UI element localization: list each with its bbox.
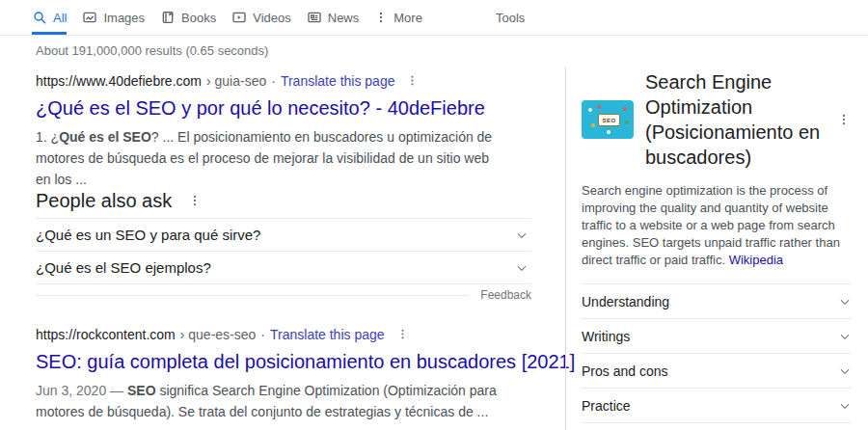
separator-dot: · [260, 327, 265, 342]
paa-heading-row: People also ask [36, 189, 531, 212]
tab-all[interactable]: All [32, 0, 67, 35]
thumb-dot [588, 108, 592, 112]
separator-dot: · [271, 73, 276, 89]
result-url-line[interactable]: https://rockcontent.com › que-es-seo · T… [36, 325, 556, 343]
chevron-down-icon [515, 228, 529, 242]
tab-images-label: Images [103, 11, 145, 25]
tab-books-label: Books [181, 11, 216, 25]
kp-header: SEO Search Engine Optimization (Posicion… [582, 69, 851, 170]
tab-images[interactable]: Images [82, 0, 145, 35]
kp-section-pros-and-cons[interactable]: Pros and cons [582, 354, 852, 389]
thumb-dot [607, 130, 610, 134]
paa-question-2[interactable]: ¿Qué es el SEO ejemplos? [36, 252, 531, 284]
kp-section-practice[interactable]: Practice [582, 389, 852, 423]
translate-link[interactable]: Translate this page [270, 327, 385, 342]
paa-question-label: ¿Qué es un SEO y para qué sirve? [36, 227, 260, 243]
tools-button[interactable]: Tools [496, 0, 525, 35]
kp-description: Search engine optimization is the proces… [582, 182, 844, 269]
kp-thumbnail-seo-label: SEO [598, 114, 620, 126]
tab-news-label: News [328, 11, 360, 25]
result-more-icon[interactable] [396, 328, 409, 340]
kp-more-icon[interactable] [837, 113, 851, 126]
translate-link[interactable]: Translate this page [281, 73, 395, 89]
result-breadcrumb: › que-es-seo [180, 327, 257, 342]
chevron-down-icon [838, 364, 852, 378]
tab-videos-label: Videos [253, 11, 291, 25]
kp-thumbnail-image[interactable]: SEO [582, 100, 634, 139]
paa-question-label: ¿Qué es el SEO ejemplos? [36, 259, 211, 276]
result-url-line[interactable]: https://www.40defiebre.com › guia-seo · … [36, 71, 556, 90]
chevron-down-icon [515, 261, 529, 275]
result-snippet: Jun 3, 2020 — SEO significa Search Engin… [36, 380, 506, 422]
search-results-page: All Images Books [0, 0, 868, 430]
result-snippet: 1. ¿Qué es el SEO? ... El posicionamient… [36, 126, 506, 190]
people-also-ask: People also ask ¿Qué es un SEO y para qu… [36, 189, 531, 302]
result-title-link[interactable]: SEO: guía completa del posicionamiento e… [36, 350, 556, 374]
kp-section-label: Writings [582, 329, 630, 344]
more-icon [374, 11, 388, 24]
tab-books[interactable]: Books [160, 0, 216, 35]
paa-question-1[interactable]: ¿Qué es un SEO y para qué sirve? [36, 219, 531, 252]
knowledge-panel: SEO Search Engine Optimization (Posicion… [565, 67, 851, 430]
result-title-link[interactable]: ¿Qué es el SEO y por qué lo necesito? - … [36, 96, 556, 121]
divider [36, 295, 468, 296]
kp-section-label: Understanding [582, 294, 669, 309]
chevron-down-icon [838, 295, 852, 309]
search-result: https://rockcontent.com › que-es-seo · T… [36, 325, 556, 422]
paa-title: People also ask [36, 190, 172, 212]
tab-videos[interactable]: Videos [231, 0, 291, 35]
result-more-icon[interactable] [406, 74, 419, 87]
tab-more-label: More [393, 11, 422, 25]
result-date: Jun 3, 2020 — [36, 383, 127, 398]
thumb-dot [591, 123, 595, 127]
videos-icon [231, 10, 247, 25]
books-icon [160, 10, 176, 25]
results-tabbar: All Images Books [0, 0, 868, 36]
kp-section-label: Pros and cons [582, 363, 668, 379]
tabs-list: All Images Books [0, 0, 868, 35]
kp-section-label: Practice [582, 398, 631, 414]
search-result: https://www.40defiebre.com › guia-seo · … [36, 71, 556, 190]
chevron-down-icon [838, 399, 852, 413]
kp-section-writings[interactable]: Writings [582, 319, 852, 354]
kp-section-understanding[interactable]: Understanding [582, 284, 852, 319]
result-url: https://rockcontent.com [36, 327, 176, 342]
tab-all-label: All [53, 11, 67, 25]
result-breadcrumb: › guia-seo [206, 73, 266, 89]
thumb-dot [597, 105, 601, 109]
paa-feedback-row: Feedback [36, 288, 531, 302]
tab-more[interactable]: More [374, 0, 422, 35]
images-icon [82, 10, 97, 25]
search-icon [32, 10, 47, 25]
tab-news[interactable]: News [307, 0, 360, 35]
kp-title: Search Engine Optimization (Posicionamie… [645, 69, 826, 170]
chevron-down-icon [838, 330, 852, 343]
thumb-dot [625, 121, 629, 124]
thumb-dot [623, 107, 627, 111]
paa-more-icon[interactable] [188, 194, 202, 207]
divider [582, 423, 852, 430]
wikipedia-link[interactable]: Wikipedia [729, 253, 783, 267]
news-icon [307, 10, 322, 25]
feedback-link[interactable]: Feedback [480, 288, 531, 302]
result-url: https://www.40defiebre.com [36, 73, 202, 89]
results-stats: About 191,000,000 results (0.65 seconds) [36, 43, 268, 58]
